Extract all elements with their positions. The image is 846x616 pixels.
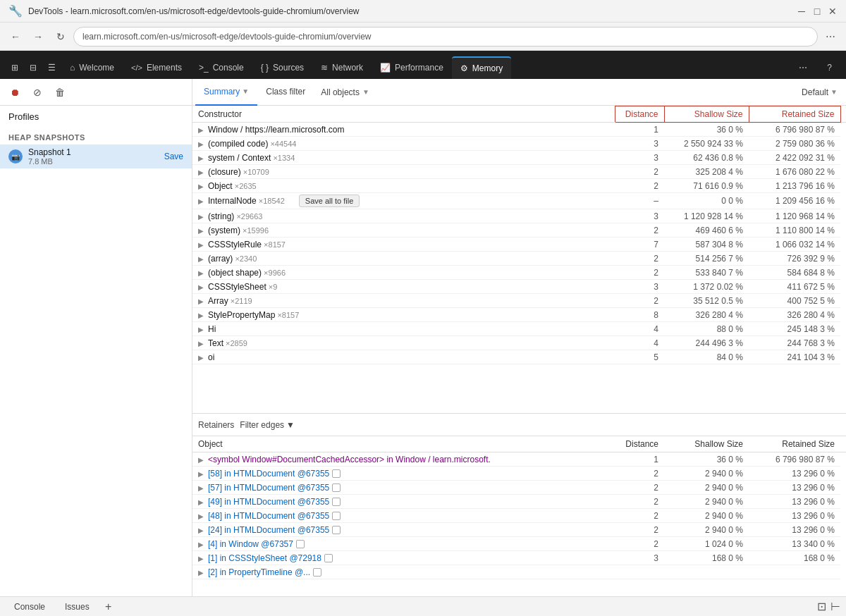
ret-th-shallow[interactable]: Shallow Size xyxy=(664,436,749,452)
expand-arrow[interactable]: ▶ xyxy=(198,183,205,190)
retainer-expand-arrow[interactable]: ▶ xyxy=(198,470,205,478)
ret-th-retained[interactable]: Retained Size xyxy=(749,436,840,452)
table-row[interactable]: ▶(compiled code) ×4454432 550 924 33 %2 … xyxy=(192,137,846,151)
bottom-tab-issues[interactable]: Issues xyxy=(56,597,98,617)
settings-button[interactable]: ⋯ xyxy=(821,27,840,47)
th-retained-size[interactable]: Retained Size xyxy=(749,106,840,123)
restore-button[interactable]: □ xyxy=(812,6,822,16)
retainer-link[interactable]: [4] in Window @67357 xyxy=(208,539,293,549)
table-row[interactable]: ▶(array) ×23402514 256 7 %726 392 9 % xyxy=(192,252,846,266)
retainer-checkbox[interactable] xyxy=(313,568,321,577)
forward-button[interactable]: → xyxy=(28,27,48,47)
minimize-button[interactable]: ─ xyxy=(797,6,807,16)
ret-th-distance[interactable]: Distance xyxy=(615,436,664,452)
expand-arrow[interactable]: ▶ xyxy=(198,227,205,235)
th-distance[interactable]: Distance xyxy=(615,106,664,123)
refresh-button[interactable]: ↻ xyxy=(51,27,70,47)
retainer-checkbox[interactable] xyxy=(324,554,333,562)
retainer-expand-arrow[interactable]: ▶ xyxy=(198,498,205,506)
table-row[interactable]: ▶CSSStyleSheet ×931 372 0.02 %411 672 5 … xyxy=(192,280,846,294)
table-row[interactable]: ▶StylePropertyMap ×81578326 280 4 %326 2… xyxy=(192,308,846,322)
expand-arrow[interactable]: ▶ xyxy=(198,340,205,347)
retainer-row[interactable]: ▶[57] in HTMLDocument @6735522 940 0 %13… xyxy=(192,481,846,495)
retainer-row[interactable]: ▶[49] in HTMLDocument @6735522 940 0 %13… xyxy=(192,495,846,509)
expand-arrow[interactable]: ▶ xyxy=(198,354,205,362)
expand-arrow[interactable]: ▶ xyxy=(198,269,205,277)
retainer-link[interactable]: [2] in PropertyTimeline @... xyxy=(208,567,310,577)
retainer-link[interactable]: [24] in HTMLDocument @67355 xyxy=(208,525,329,535)
retainer-checkbox[interactable] xyxy=(332,469,341,478)
table-row[interactable]: ▶CSSStyleRule ×81577587 304 8 %1 066 032… xyxy=(192,238,846,252)
sub-tab-summary[interactable]: Summary ▼ xyxy=(195,79,257,106)
retainer-link[interactable]: [49] in HTMLDocument @67355 xyxy=(208,497,329,507)
expand-arrow[interactable]: ▶ xyxy=(198,297,205,305)
expand-arrow[interactable]: ▶ xyxy=(198,154,205,162)
tab-network[interactable]: ≋ Network xyxy=(312,56,372,79)
sub-tab-class-filter[interactable]: Class filter xyxy=(257,79,314,106)
expand-arrow[interactable]: ▶ xyxy=(198,197,205,205)
retainer-expand-arrow[interactable]: ▶ xyxy=(198,541,205,548)
expand-arrow[interactable]: ▶ xyxy=(198,241,205,249)
close-button[interactable]: ✕ xyxy=(828,6,838,16)
retainer-checkbox[interactable] xyxy=(296,540,305,548)
retainer-link[interactable]: [57] in HTMLDocument @67355 xyxy=(208,483,329,493)
devtools-tab-console-drawer[interactable]: ☰ xyxy=(42,56,61,79)
stop-button[interactable]: ⊘ xyxy=(28,83,47,101)
table-row[interactable]: ▶(system) ×159962469 460 6 %1 110 800 14… xyxy=(192,223,846,238)
tab-welcome[interactable]: ⌂ Welcome xyxy=(61,56,123,79)
filter-edges-button[interactable]: Filter edges ▼ xyxy=(240,420,295,430)
devtools-tab-sidebar-toggle[interactable]: ⊞ xyxy=(6,56,24,79)
th-constructor[interactable]: Constructor xyxy=(192,106,615,123)
tab-elements[interactable]: </> Elements xyxy=(123,56,190,79)
retainer-link[interactable]: [1] in CSSStyleSheet @72918 xyxy=(208,553,321,563)
table-row[interactable]: ▶oi584 0 %241 104 3 % xyxy=(192,350,846,364)
retainer-row[interactable]: ▶[4] in Window @6735721 024 0 %13 340 0 … xyxy=(192,537,846,551)
snapshot-item[interactable]: 📷 Snapshot 1 7.8 MB Save xyxy=(0,144,192,168)
back-button[interactable]: ← xyxy=(6,27,25,47)
expand-arrow[interactable]: ▶ xyxy=(198,255,205,263)
add-tab-button[interactable]: + xyxy=(101,599,116,615)
th-shallow-size[interactable]: Shallow Size xyxy=(664,106,749,123)
devtools-more-tools[interactable]: ⋯ xyxy=(790,56,816,79)
retainer-link[interactable]: [48] in HTMLDocument @67355 xyxy=(208,511,329,521)
retainer-expand-arrow[interactable]: ▶ xyxy=(198,456,205,464)
save-all-to-file-button[interactable]: Save all to file xyxy=(299,195,360,207)
expand-arrow[interactable]: ▶ xyxy=(198,213,205,221)
retainer-checkbox[interactable] xyxy=(332,498,341,506)
table-row[interactable]: ▶(object shape) ×99662533 840 7 %584 684… xyxy=(192,266,846,280)
dock-bottom-button[interactable]: ⊡ xyxy=(817,600,826,613)
retainer-checkbox[interactable] xyxy=(332,512,341,520)
retainer-expand-arrow[interactable]: ▶ xyxy=(198,484,205,492)
all-objects-dropdown[interactable]: All objects ▼ xyxy=(314,87,376,97)
retainer-row[interactable]: ▶[2] in PropertyTimeline @... xyxy=(192,565,846,579)
bottom-tab-console[interactable]: Console xyxy=(6,597,54,617)
tab-performance[interactable]: 📈 Performance xyxy=(372,56,452,79)
expand-arrow[interactable]: ▶ xyxy=(198,126,205,134)
clear-button[interactable]: 🗑 xyxy=(51,83,69,101)
snapshot-save-link[interactable]: Save xyxy=(164,152,183,161)
table-row[interactable]: ▶(string) ×2966331 120 928 14 %1 120 968… xyxy=(192,209,846,223)
address-bar[interactable]: learn.microsoft.com/en-us/microsoft-edge… xyxy=(73,27,818,47)
devtools-help[interactable]: ? xyxy=(819,56,840,79)
retainer-expand-arrow[interactable]: ▶ xyxy=(198,526,205,534)
expand-arrow[interactable]: ▶ xyxy=(198,168,205,176)
expand-arrow[interactable]: ▶ xyxy=(198,283,205,291)
devtools-tab-dock[interactable]: ⊟ xyxy=(24,56,42,79)
table-row[interactable]: ▶Hi488 0 %245 148 3 % xyxy=(192,322,846,336)
retainer-row[interactable]: ▶[1] in CSSStyleSheet @729183168 0 %168 … xyxy=(192,551,846,565)
table-row[interactable]: ▶system / Context ×1334362 436 0.8 %2 42… xyxy=(192,151,846,165)
retainer-expand-arrow[interactable]: ▶ xyxy=(198,512,205,520)
tab-sources[interactable]: { } Sources xyxy=(252,56,312,79)
tab-memory[interactable]: ⚙ Memory xyxy=(452,56,511,79)
default-dropdown[interactable]: Default ▼ xyxy=(796,87,843,97)
retainer-expand-arrow[interactable]: ▶ xyxy=(198,569,205,577)
ret-th-object[interactable]: Object xyxy=(192,436,615,452)
retainer-checkbox[interactable] xyxy=(332,526,341,534)
table-row[interactable]: ▶Object ×2635271 616 0.9 %1 213 796 16 % xyxy=(192,179,846,193)
table-row[interactable]: ▶Window / https://learn.microsoft.com136… xyxy=(192,123,846,137)
table-row[interactable]: ▶InternalNode ×18542Save all to file–0 0… xyxy=(192,193,846,209)
tab-console[interactable]: >_ Console xyxy=(190,56,252,79)
table-row[interactable]: ▶Text ×28594244 496 3 %244 768 3 % xyxy=(192,336,846,350)
expand-arrow[interactable]: ▶ xyxy=(198,326,205,333)
expand-arrow[interactable]: ▶ xyxy=(198,140,205,148)
